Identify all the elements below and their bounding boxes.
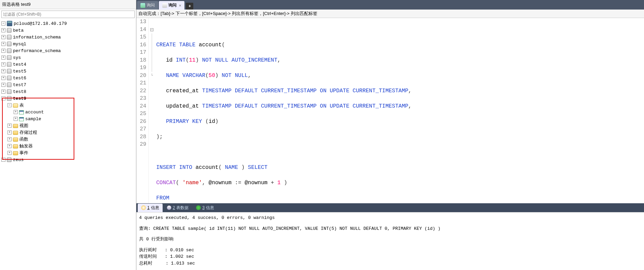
- database-icon: [7, 89, 12, 94]
- views-folder[interactable]: +视图: [0, 122, 136, 129]
- expand-icon[interactable]: +: [1, 42, 5, 46]
- info-icon: [141, 205, 146, 210]
- expand-icon[interactable]: +: [8, 151, 12, 155]
- table-node[interactable]: +account: [0, 109, 136, 115]
- tab-query-2[interactable]: 询问×: [159, 1, 184, 10]
- expand-icon[interactable]: +: [1, 28, 5, 32]
- fold-gutter: − └: [149, 18, 155, 203]
- expand-icon[interactable]: +: [1, 76, 5, 80]
- query-icon: [140, 3, 145, 8]
- tab-info-1[interactable]: 1 信息: [138, 204, 163, 212]
- add-tab-button[interactable]: +: [186, 3, 193, 10]
- collapse-icon[interactable]: −: [8, 103, 12, 107]
- database-icon: [7, 76, 12, 80]
- folder-icon: [13, 138, 18, 142]
- output-exec-time: 执行耗时 : 0.010 sec: [139, 247, 641, 254]
- database-icon: [7, 157, 12, 162]
- database-icon: [7, 69, 12, 74]
- db-node[interactable]: +test5: [0, 68, 136, 75]
- database-icon: [7, 55, 12, 60]
- info-icon: [196, 205, 201, 210]
- procs-folder[interactable]: +存储过程: [0, 129, 136, 136]
- expand-icon[interactable]: +: [8, 124, 12, 128]
- query-icon: [162, 3, 167, 8]
- expand-icon[interactable]: +: [14, 110, 18, 114]
- tab-info-3[interactable]: 3 信息: [193, 204, 218, 212]
- db-node[interactable]: +zeus: [0, 156, 136, 163]
- expand-icon[interactable]: +: [1, 35, 5, 39]
- expand-icon[interactable]: +: [1, 55, 5, 60]
- database-icon: [7, 42, 12, 46]
- database-icon: [7, 48, 12, 53]
- database-icon: [7, 62, 12, 67]
- sidebar: 筛选表格 test9 − pcloud@172.18.40.179 +beta …: [0, 0, 136, 270]
- server-label: pcloud@172.18.40.179: [14, 21, 67, 26]
- table-node[interactable]: +sample: [0, 115, 136, 122]
- folder-icon: [13, 151, 18, 155]
- output-trans-time: 传送时间 : 1.002 sec: [139, 253, 641, 260]
- db-node[interactable]: +test4: [0, 61, 136, 68]
- folder-icon: [13, 131, 18, 135]
- db-node[interactable]: +sys: [0, 54, 136, 61]
- server-node[interactable]: − pcloud@172.18.40.179: [0, 20, 136, 27]
- expand-icon[interactable]: +: [1, 69, 5, 73]
- code-area[interactable]: CREATE TABLE account( id INT(11) NOT NUL…: [155, 18, 644, 203]
- main-area: 询问 询问× + 自动完成：[Tab]-> 下一个标签，[Ctrl+Space]…: [136, 0, 644, 270]
- db-node[interactable]: +test6: [0, 75, 136, 81]
- expand-icon[interactable]: +: [1, 90, 5, 94]
- expand-icon[interactable]: +: [8, 137, 12, 141]
- expand-icon[interactable]: −: [1, 21, 5, 26]
- db-node[interactable]: +information_schema: [0, 34, 136, 41]
- database-icon: [7, 35, 12, 39]
- expand-icon[interactable]: +: [8, 144, 12, 148]
- collapse-icon[interactable]: −: [1, 96, 5, 100]
- server-icon: [7, 21, 12, 26]
- folder-open-icon: [13, 104, 18, 108]
- autocomplete-hint: 自动完成：[Tab]-> 下一个标签，[Ctrl+Space]-> 列出所有标签…: [136, 10, 644, 18]
- fold-icon[interactable]: −: [150, 28, 153, 31]
- db-node[interactable]: +test8: [0, 88, 136, 95]
- db-node[interactable]: +performance_schema: [0, 47, 136, 54]
- tab-query-1[interactable]: 询问: [137, 1, 158, 10]
- tables-folder[interactable]: −表: [0, 102, 136, 109]
- triggers-folder[interactable]: +触发器: [0, 143, 136, 149]
- folder-icon: [13, 124, 18, 128]
- expand-icon[interactable]: +: [14, 117, 18, 121]
- db-tree[interactable]: − pcloud@172.18.40.179 +beta +informatio…: [0, 19, 136, 270]
- database-icon: [7, 82, 12, 87]
- output-total-time: 总耗时 : 1.013 sec: [139, 260, 641, 267]
- expand-icon[interactable]: +: [1, 62, 5, 66]
- db-node[interactable]: +test7: [0, 81, 136, 88]
- db-node[interactable]: +beta: [0, 27, 136, 34]
- output-affected: 共 0 行受到影响: [139, 236, 641, 243]
- tab-table-data[interactable]: 2 表数据: [163, 204, 192, 212]
- database-icon: [7, 96, 12, 101]
- result-tabbar: 1 信息 2 表数据 3 信息: [136, 203, 644, 212]
- close-icon[interactable]: ×: [179, 3, 181, 7]
- expand-icon[interactable]: +: [1, 83, 5, 87]
- line-gutter: 1314151617181920212223242526272829: [136, 18, 149, 203]
- funcs-folder[interactable]: +函数: [0, 136, 136, 143]
- db-node-open[interactable]: −test9: [0, 95, 136, 102]
- folder-icon: [13, 144, 18, 148]
- events-folder[interactable]: +事件: [0, 149, 136, 156]
- expand-icon[interactable]: +: [1, 49, 5, 53]
- output-panel[interactable]: 4 queries executed, 4 success, 0 errors,…: [136, 212, 644, 270]
- db-node[interactable]: +mysql: [0, 41, 136, 47]
- table-icon: [19, 117, 24, 121]
- expand-icon[interactable]: +: [1, 158, 5, 162]
- table-icon: [19, 110, 24, 114]
- editor-tabbar: 询问 询问× +: [136, 0, 644, 10]
- database-icon: [7, 28, 12, 33]
- sidebar-title: 筛选表格 test9: [0, 0, 136, 9]
- filter-input[interactable]: [1, 11, 135, 18]
- output-summary: 4 queries executed, 4 success, 0 errors,…: [139, 215, 641, 221]
- grid-icon: [167, 205, 171, 210]
- sql-editor[interactable]: 1314151617181920212223242526272829 − └ C…: [136, 18, 644, 203]
- output-query: 查询: CREATE TABLE sample( id INT(11) NOT …: [139, 225, 641, 232]
- expand-icon[interactable]: +: [8, 130, 12, 134]
